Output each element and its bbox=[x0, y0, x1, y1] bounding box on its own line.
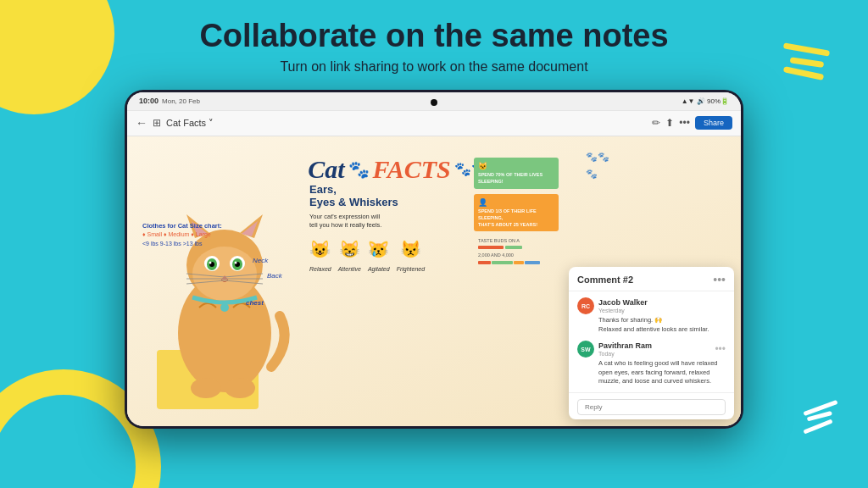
canvas-area: Cat 🐾 FACTS 🐾🐾 🐾🐾🐾 bbox=[127, 136, 741, 426]
svg-point-23 bbox=[191, 378, 221, 398]
share-button[interactable]: Share bbox=[695, 116, 732, 130]
comment-more-icon[interactable]: ••• bbox=[713, 273, 726, 286]
back-label: Back bbox=[267, 272, 282, 280]
commenter-1-time: Yesterday bbox=[598, 308, 648, 313]
cat-faces-row: 😺 Relaxed 😸 Attentive 😿 Agitated bbox=[309, 239, 458, 274]
chest-label: chest bbox=[246, 299, 264, 307]
doc-title[interactable]: Cat Facts ˅ bbox=[166, 118, 214, 129]
comment-body: RC Jacob Walker Yesterday Thanks for sha… bbox=[569, 291, 734, 392]
tablet-mockup: 10:00 Mon, 20 Feb ▲▼ 🔊 90%🔋 ← ⊞ Cat Fact… bbox=[125, 90, 743, 429]
pencil-icon[interactable]: ✏ bbox=[652, 117, 660, 129]
cat-facts-title: Cat 🐾 FACTS 🐾🐾 bbox=[308, 155, 488, 184]
commenter-2-time: Today bbox=[598, 351, 652, 357]
commenter-1-name: Jacob Walker bbox=[598, 298, 648, 308]
comment-2: SW Pavithran Ram Today ••• A bbox=[577, 341, 726, 386]
export-icon[interactable]: ⬆ bbox=[665, 117, 674, 129]
back-button[interactable]: ← bbox=[136, 116, 147, 130]
status-time-date: 10:00 bbox=[139, 97, 159, 105]
page-headline: Collaborate on the same notes bbox=[199, 19, 668, 54]
reply-area bbox=[569, 392, 734, 419]
stats-bars-right: TASTE BUDS ON A 2,000 AND 4,000 bbox=[478, 238, 559, 264]
commenter-2-name: Pavithran Ram bbox=[598, 341, 652, 351]
page-subheadline: Turn on link sharing to work on the same… bbox=[280, 59, 587, 75]
paw-decoration: 🐾🐾🐾 bbox=[586, 149, 609, 183]
status-date: Mon, 20 Feb bbox=[162, 97, 200, 105]
comment-header: Comment #2 ••• bbox=[569, 267, 734, 291]
comment-1: RC Jacob Walker Yesterday Thanks for sha… bbox=[577, 297, 726, 334]
comment-title: Comment #2 bbox=[577, 274, 633, 285]
svg-point-15 bbox=[235, 261, 237, 263]
avatar-rc: RC bbox=[577, 297, 594, 314]
svg-point-25 bbox=[220, 303, 229, 312]
reply-input[interactable] bbox=[577, 399, 726, 415]
ears-description: Your cat's expression willtell you how i… bbox=[309, 213, 458, 230]
toolbar: ← ⊞ Cat Facts ˅ ✏ ⬆ ••• Share bbox=[127, 111, 741, 136]
camera-notch bbox=[431, 99, 437, 106]
avatar-sw: SW bbox=[577, 341, 594, 358]
grid-icon[interactable]: ⊞ bbox=[153, 117, 161, 129]
cat-face-relaxed: 😺 Relaxed bbox=[309, 239, 331, 274]
more-icon[interactable]: ••• bbox=[679, 117, 690, 129]
cat-face-frightened: 😾 Frightened bbox=[397, 239, 425, 274]
neck-label: Neck bbox=[253, 257, 268, 264]
ears-section: Ears,Eyes & Whiskers Your cat's expressi… bbox=[309, 183, 458, 274]
svg-point-14 bbox=[209, 261, 212, 263]
cat-face-attentive: 😸 Attentive bbox=[338, 239, 361, 274]
svg-point-24 bbox=[225, 378, 255, 398]
ears-title: Ears,Eyes & Whiskers bbox=[309, 183, 458, 209]
svg-point-7 bbox=[192, 247, 257, 301]
cat-face-agitated: 😿 Agitated bbox=[368, 239, 390, 274]
status-signal: ▲▼ 🔊 90%🔋 bbox=[682, 97, 729, 105]
comment-2-text: A cat who is feeling good will have rela… bbox=[577, 359, 726, 386]
comment-1-text: Thanks for sharing. 🙌Relaxed and attenti… bbox=[577, 316, 726, 334]
comment-2-more[interactable]: ••• bbox=[715, 343, 726, 355]
comment-panel: Comment #2 ••• RC Jac bbox=[569, 267, 734, 419]
stats-panel: 🐱 SPEND 70% OF THEIR LIVES SLEEPING! 👤 S… bbox=[474, 158, 559, 232]
size-chart-label: Clothes for Cat Size chart: ♦ Small ♦ Me… bbox=[142, 221, 222, 248]
